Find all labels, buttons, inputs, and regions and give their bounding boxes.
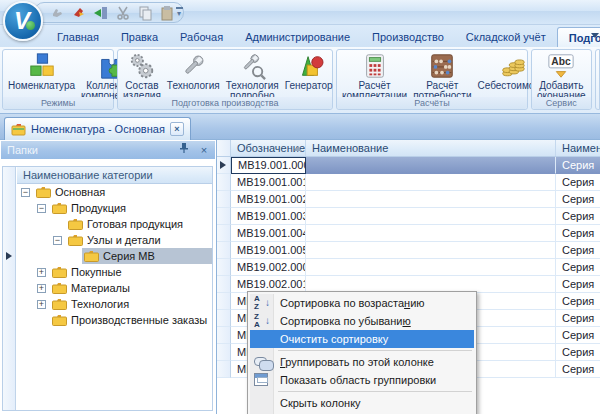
panel-close-icon[interactable]: ×: [197, 142, 211, 158]
tree-item-1[interactable]: −Продукция: [17, 200, 212, 216]
raschyot-komplektacii-button[interactable]: Расчёт комплектации: [339, 51, 410, 97]
cell-name[interactable]: [306, 208, 556, 225]
cell-name-2[interactable]: Серия: [556, 293, 600, 310]
cell-name[interactable]: [306, 259, 556, 276]
expand-icon[interactable]: +: [37, 300, 46, 309]
table-row-5[interactable]: МВ19.001.005Серия: [217, 242, 600, 259]
cell-designation[interactable]: МВ19.001.003: [231, 208, 306, 225]
cell-name-2[interactable]: Серия: [556, 208, 600, 225]
table-row-2[interactable]: МВ19.001.002Серия: [217, 191, 600, 208]
tree-item-0[interactable]: −Основная: [17, 184, 212, 200]
tree-item-4[interactable]: Серия МВ: [17, 248, 212, 264]
menu-item-0[interactable]: AZ↓Сортировка по возрастанию: [250, 294, 474, 312]
cell-name-2[interactable]: Серия: [556, 327, 600, 344]
cell-name[interactable]: [306, 242, 556, 259]
cell-name-2[interactable]: Серия: [556, 310, 600, 327]
tekhnologiya-button[interactable]: Технология: [164, 51, 223, 97]
cell-designation[interactable]: МВ19.001.000: [231, 157, 306, 174]
hand-icon[interactable]: [49, 5, 65, 21]
ribbon-tab-5[interactable]: Складской учёт: [455, 27, 557, 47]
cell-name[interactable]: [306, 157, 556, 174]
cell-designation[interactable]: МВ19.001.002: [231, 191, 306, 208]
cell-name-2[interactable]: Серия: [556, 157, 600, 174]
ribbon-tab-2[interactable]: Рабочая: [169, 27, 234, 47]
row-indicator: [217, 293, 231, 310]
tab-close-icon[interactable]: ×: [170, 122, 184, 136]
tree-item-5[interactable]: +Покупные: [17, 264, 212, 280]
tree-item-3[interactable]: −Узлы и детали: [17, 232, 212, 248]
cut-icon[interactable]: [115, 5, 131, 21]
column-header-naimenovanie-2[interactable]: Наименование: [556, 140, 600, 156]
cell-designation[interactable]: МВ19.001.004: [231, 225, 306, 242]
table-row-6[interactable]: МВ19.002.000Серия: [217, 259, 600, 276]
cell-designation[interactable]: МВ19.001.001: [231, 174, 306, 191]
table-row-1[interactable]: МВ19.001.001Серия: [217, 174, 600, 191]
expand-icon[interactable]: +: [37, 284, 46, 293]
cell-name-2[interactable]: Серия: [556, 361, 600, 378]
collapse-icon[interactable]: −: [21, 188, 30, 197]
cell-name-2[interactable]: Серия: [556, 344, 600, 361]
menu-item-5[interactable]: Показать область группировки: [250, 371, 474, 389]
cell-name-2[interactable]: Серия: [556, 276, 600, 293]
cell-name-2[interactable]: Серия: [556, 225, 600, 242]
table-row-0[interactable]: МВ19.001.000Серия: [217, 157, 600, 174]
menu-item-2[interactable]: Очистить сортировку: [250, 330, 474, 348]
menu-item-label: Сортировка по возрастанию: [280, 297, 425, 309]
qat-options-chevron-icon[interactable]: ▾: [172, 5, 186, 20]
table-row-3[interactable]: МВ19.001.003Серия: [217, 208, 600, 225]
tab-overflow-icon[interactable]: [591, 33, 599, 38]
row-indicator: [217, 259, 231, 276]
cell-name-2[interactable]: Серия: [556, 174, 600, 191]
menu-item-7[interactable]: Скрыть колонку: [250, 394, 474, 412]
app-logo-icon[interactable]: V: [3, 1, 43, 41]
button-label: Номенклатура: [8, 81, 75, 91]
collapse-icon[interactable]: −: [53, 236, 62, 245]
cell-name[interactable]: [306, 191, 556, 208]
menu-item-4[interactable]: Группировать по этой колонке: [250, 353, 474, 371]
tree-column-header[interactable]: Наименование категории: [17, 167, 212, 184]
tree-item-6[interactable]: +Материалы: [17, 280, 212, 296]
sostav-izdeliya-button[interactable]: Состав изделия: [120, 51, 164, 97]
document-tab-nomenklatura[interactable]: Номенклатура - Основная ×: [4, 117, 191, 140]
pin-icon[interactable]: [177, 142, 191, 158]
coins-icon: [498, 52, 528, 80]
column-header-oboznachenie[interactable]: Обозначение: [231, 140, 306, 156]
table-row-4[interactable]: МВ19.001.004Серия: [217, 225, 600, 242]
ribbon-tab-4[interactable]: Производство: [361, 27, 455, 47]
ribbon-tab-0[interactable]: Главная: [46, 27, 110, 47]
menu-item-1[interactable]: ZA↓Сортировка по убыванию: [250, 312, 474, 330]
dobavit-okonchanie-button[interactable]: Abc Добавить окончание: [534, 51, 589, 97]
cell-name[interactable]: [306, 174, 556, 191]
cell-name-2[interactable]: Серия: [556, 242, 600, 259]
group-area-icon: [253, 372, 270, 388]
cell-name-2[interactable]: Серия: [556, 259, 600, 276]
cell-name-2[interactable]: Серия: [556, 191, 600, 208]
column-header-naimenovanie[interactable]: Наименование: [306, 140, 556, 156]
copy-icon[interactable]: [137, 5, 153, 21]
folder-icon: [52, 202, 67, 214]
expand-icon[interactable]: +: [37, 268, 46, 277]
tree-item-7[interactable]: +Технология: [17, 296, 212, 312]
collapse-icon[interactable]: −: [37, 204, 46, 213]
tekhnologiya-podrobno-button[interactable]: Технология подробно: [223, 51, 282, 97]
ribbon-tab-3[interactable]: Администрирование: [234, 27, 361, 47]
ribbon-tab-1[interactable]: Правка: [110, 27, 169, 47]
raschyot-potrebnosti-button[interactable]: Расчёт потребности: [410, 51, 474, 97]
tree-item-8[interactable]: Производственные заказы: [17, 312, 212, 328]
menu-item-label: Очистить сортировку: [280, 333, 388, 345]
gears-icon: [127, 52, 157, 80]
cell-designation[interactable]: МВ19.002.000: [231, 259, 306, 276]
nomenklatura-button[interactable]: Номенклатура: [5, 51, 78, 97]
generator-button[interactable]: Генератор: [282, 51, 336, 97]
ribbon-tab-strip: ГлавнаяПравкаРабочаяАдминистрированиеПро…: [0, 25, 600, 47]
row-indicator: [217, 157, 231, 174]
folder-icon: [52, 314, 67, 326]
folders-panel: Папки × Наименование категории −Основная…: [0, 140, 217, 414]
calculator-icon: [360, 52, 390, 80]
cell-name[interactable]: [306, 225, 556, 242]
tree-item-2[interactable]: Готовая продукция: [17, 216, 212, 232]
bird-icon[interactable]: [71, 5, 87, 21]
exit-icon[interactable]: [93, 5, 109, 21]
tree-item-label: Материалы: [71, 282, 130, 294]
cell-designation[interactable]: МВ19.001.005: [231, 242, 306, 259]
